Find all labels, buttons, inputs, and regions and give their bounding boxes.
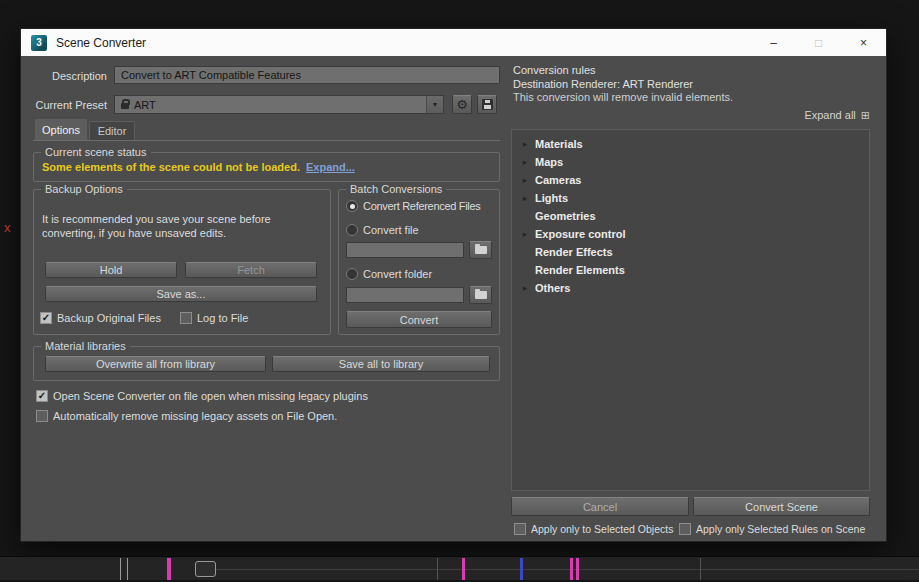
radio-convert-referenced[interactable] bbox=[346, 200, 358, 212]
timeline-key-marker[interactable] bbox=[570, 558, 573, 580]
hold-button[interactable]: Hold bbox=[45, 262, 177, 278]
expand-all-label[interactable]: Expand all bbox=[804, 109, 855, 121]
checkbox-auto-remove[interactable]: ✓ bbox=[36, 410, 48, 422]
conversion-note-text: This conversion will remove invalid elem… bbox=[513, 91, 733, 103]
scene-converter-window: 3 Scene Converter – □ × Description Conv… bbox=[20, 28, 887, 542]
rules-tree-item-cameras[interactable]: ▸ Cameras bbox=[512, 171, 869, 189]
batch-conversions-title: Batch Conversions bbox=[346, 182, 446, 196]
convert-folder-input[interactable] bbox=[346, 287, 464, 303]
checkbox-backup-original[interactable]: ✓ bbox=[40, 312, 52, 324]
rules-tree-item-materials[interactable]: ▸ Materials bbox=[512, 135, 869, 153]
auto-remove-label[interactable]: Automatically remove missing legacy asse… bbox=[53, 410, 337, 422]
save-icon bbox=[482, 99, 493, 110]
chevron-down-icon[interactable]: ▼ bbox=[426, 96, 443, 113]
scene-status-group: Current scene status Some elements of th… bbox=[33, 152, 500, 182]
apply-selected-rules-label[interactable]: Apply only Selected Rules on Scene bbox=[696, 523, 865, 535]
tree-item-label: Render Elements bbox=[535, 264, 625, 276]
backup-original-label[interactable]: Backup Original Files bbox=[57, 312, 161, 324]
description-label: Description bbox=[27, 67, 107, 85]
convert-button[interactable]: Convert bbox=[346, 311, 492, 328]
tree-item-label: Geometries bbox=[535, 210, 596, 222]
expand-arrow-icon[interactable]: ▸ bbox=[519, 193, 531, 203]
browse-file-button[interactable] bbox=[469, 241, 492, 259]
timeline-key-marker[interactable] bbox=[520, 558, 523, 580]
log-to-file-row: ✓ Log to File bbox=[180, 311, 248, 325]
close-button[interactable]: × bbox=[841, 29, 886, 56]
background-x-label: x bbox=[4, 220, 11, 235]
apply-selected-rules-row: ✓ Apply only Selected Rules on Scene bbox=[679, 522, 865, 536]
rules-tree-item-maps[interactable]: ▸ Maps bbox=[512, 153, 869, 171]
trackbar-tick bbox=[127, 558, 128, 580]
expand-arrow-icon[interactable]: ▸ bbox=[519, 229, 531, 239]
expand-arrow-icon[interactable]: ▸ bbox=[519, 175, 531, 185]
convert-referenced-label[interactable]: Convert Referenced Files bbox=[363, 200, 481, 212]
expand-all-icon: ⊞ bbox=[861, 110, 870, 121]
convert-folder-row: Convert folder bbox=[346, 267, 432, 281]
lock-icon bbox=[121, 103, 129, 109]
minimize-button[interactable]: – bbox=[751, 29, 796, 56]
trackbar-tick bbox=[700, 558, 701, 580]
open-on-missing-label[interactable]: Open Scene Converter on file open when m… bbox=[53, 390, 368, 402]
apply-selected-objects-label[interactable]: Apply only to Selected Objects bbox=[531, 523, 673, 535]
rules-tree-item-lights[interactable]: ▸ Lights bbox=[512, 189, 869, 207]
maximize-button[interactable]: □ bbox=[796, 29, 841, 56]
folder-icon bbox=[475, 291, 487, 299]
open-on-missing-row: ✓ Open Scene Converter on file open when… bbox=[36, 389, 368, 403]
convert-scene-button[interactable]: Convert Scene bbox=[693, 497, 870, 516]
close-icon: × bbox=[860, 36, 867, 50]
rules-tree-item-others[interactable]: ▸ Others bbox=[512, 279, 869, 297]
window-title: Scene Converter bbox=[56, 36, 146, 50]
track-bar[interactable] bbox=[0, 556, 919, 580]
tree-item-label: Others bbox=[535, 282, 570, 294]
expand-all-control[interactable]: Expand all ⊞ bbox=[804, 109, 870, 121]
log-to-file-label[interactable]: Log to File bbox=[197, 312, 248, 324]
cancel-button[interactable]: Cancel bbox=[511, 497, 689, 516]
overwrite-library-button[interactable]: Overwrite all from library bbox=[45, 356, 266, 372]
expand-arrow-icon[interactable]: ▸ bbox=[519, 283, 531, 293]
tab-options[interactable]: Options bbox=[35, 119, 87, 140]
save-preset-button[interactable] bbox=[477, 95, 497, 114]
rules-tree-panel: ▸ Materials ▸ Maps ▸ Cameras ▸ Lights ▸ … bbox=[511, 129, 870, 491]
radio-convert-file[interactable] bbox=[346, 224, 358, 236]
checkbox-apply-selected-rules[interactable]: ✓ bbox=[679, 523, 691, 535]
convert-file-label[interactable]: Convert file bbox=[363, 224, 419, 236]
backup-options-group: Backup Options It is recommended you sav… bbox=[33, 189, 331, 335]
checkbox-open-on-missing[interactable]: ✓ bbox=[36, 390, 48, 402]
dialog-body: Description Convert to ART Compatible Fe… bbox=[21, 56, 886, 541]
material-libraries-title: Material libraries bbox=[41, 339, 130, 353]
expand-link[interactable]: Expand... bbox=[306, 161, 355, 173]
time-slider[interactable] bbox=[195, 561, 216, 577]
expand-arrow-icon[interactable]: ▸ bbox=[519, 139, 531, 149]
tree-item-label: Materials bbox=[535, 138, 583, 150]
timeline-key-marker[interactable] bbox=[462, 558, 465, 580]
rules-tree-item-geometries[interactable]: ▸ Geometries bbox=[512, 207, 869, 225]
convert-file-input[interactable] bbox=[346, 242, 464, 258]
current-preset-label: Current Preset bbox=[27, 96, 107, 114]
browse-folder-button[interactable] bbox=[469, 286, 492, 304]
rules-tree-item-render-effects[interactable]: ▸ Render Effects bbox=[512, 243, 869, 261]
save-all-library-button[interactable]: Save all to library bbox=[272, 356, 490, 372]
check-icon: ✓ bbox=[42, 313, 50, 323]
rules-tree-item-render-elements[interactable]: ▸ Render Elements bbox=[512, 261, 869, 279]
checkbox-log-to-file[interactable]: ✓ bbox=[180, 312, 192, 324]
conversion-rules-title: Conversion rules bbox=[513, 64, 596, 76]
convert-folder-label[interactable]: Convert folder bbox=[363, 268, 432, 280]
timeline-key-marker[interactable] bbox=[576, 558, 579, 580]
material-libraries-group: Material libraries Overwrite all from li… bbox=[33, 346, 500, 381]
save-as-button[interactable]: Save as... bbox=[45, 286, 317, 302]
expand-arrow-icon[interactable]: ▸ bbox=[519, 157, 531, 167]
checkbox-apply-selected-objects[interactable]: ✓ bbox=[514, 523, 526, 535]
radio-convert-folder[interactable] bbox=[346, 268, 358, 280]
tab-editor[interactable]: Editor bbox=[89, 121, 135, 140]
preset-settings-button[interactable]: ⚙ bbox=[452, 95, 472, 114]
gear-icon: ⚙ bbox=[456, 98, 468, 111]
fetch-button[interactable]: Fetch bbox=[185, 262, 317, 278]
track-line bbox=[216, 569, 919, 570]
description-input[interactable]: Convert to ART Compatible Features bbox=[114, 66, 500, 84]
preset-dropdown[interactable]: ART ▼ bbox=[114, 95, 444, 114]
tree-item-label: Maps bbox=[535, 156, 563, 168]
scene-status-title: Current scene status bbox=[41, 145, 151, 159]
timeline-key-marker[interactable] bbox=[167, 558, 171, 580]
rules-tree-item-exposure-control[interactable]: ▸ Exposure control bbox=[512, 225, 869, 243]
folder-icon bbox=[475, 246, 487, 254]
